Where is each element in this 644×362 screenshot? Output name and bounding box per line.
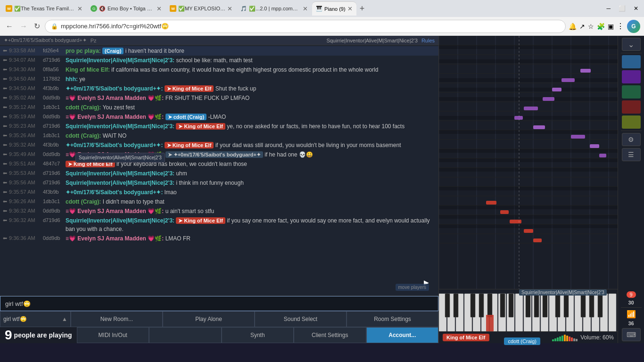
profile-avatar[interactable]: G [627, 20, 640, 33]
maximize-icon[interactable]: ⬜ [615, 3, 629, 14]
synth-button[interactable]: Synth [222, 327, 294, 343]
reply-icon[interactable]: ⬅ [3, 122, 7, 130]
dropdown-arrow-icon[interactable]: ▲ [62, 316, 67, 322]
forward-button[interactable]: → [18, 21, 29, 32]
tab-favicon-4: 🎵 [240, 6, 247, 12]
user-avatar-2[interactable] [622, 70, 641, 83]
sender: cdott (Craig): [66, 132, 103, 139]
tab-piano[interactable]: 🎹 Piano (9) ✕ [312, 1, 356, 16]
panel-chevron[interactable]: ⌄ [622, 38, 641, 51]
new-tab-button[interactable]: + [357, 4, 368, 14]
reply-icon[interactable]: ⬅ [3, 169, 7, 177]
msg-time: 9:35:53 AM [9, 169, 43, 177]
chat-input-area [0, 296, 438, 311]
user-avatar-4[interactable] [622, 100, 641, 114]
tab-emo[interactable]: G 🔇 Emo Boy • Tolga Kara... ✕ [87, 1, 165, 16]
play-alone-button[interactable]: Play Alone [163, 311, 255, 327]
list-icon-btn[interactable]: ☰ [622, 148, 641, 161]
tab-texas[interactable]: W ✅The Texas Tire Family - S... ✕ [2, 1, 86, 16]
sidebar-toggle-icon[interactable]: ▣ [608, 23, 614, 30]
msg-text: if california was its own country, it wo… [111, 66, 378, 73]
tab-close-2[interactable]: ✕ [157, 5, 162, 12]
chat-input[interactable] [0, 296, 438, 311]
msg-id: 1db3c1 [43, 132, 66, 140]
minimize-icon[interactable]: ─ [603, 3, 614, 14]
svg-rect-87 [487, 294, 492, 317]
msg-content: ≡💗 Evelyn SJ Amara Madden 💗🌿: FR SHUT TH… [66, 94, 436, 102]
piano-keys-area[interactable]: Squirrie|Inventor|Alive|M|Smart|Nice|2'3… [439, 289, 618, 331]
msg-id: 4847c7 [43, 160, 66, 168]
reply-icon[interactable]: ⬅ [3, 216, 7, 224]
room-input[interactable] [3, 316, 62, 322]
address-bar[interactable]: 🔒 mppclone.hri7566.info/?c=girl%20wtf🙄 [45, 20, 566, 33]
extensions-icon[interactable]: 🧩 [597, 23, 605, 30]
user-avatar-5[interactable] [622, 115, 641, 129]
reply-icon[interactable]: ⬅ [3, 141, 7, 149]
tab-close-3[interactable]: ✕ [227, 5, 232, 12]
bookmark-icon[interactable]: ☆ [588, 23, 594, 30]
tab-close-1[interactable]: ✕ [77, 5, 83, 12]
msg-id: 0dd9db [43, 207, 66, 215]
msg-time: 9:35:56 AM [9, 179, 43, 187]
svg-rect-43 [439, 206, 618, 209]
msg-content: ✦+0m/17/6'5/Saibot's bodyguard+✦: lmao [66, 188, 436, 197]
reply-icon[interactable]: ⬅ [3, 188, 7, 196]
user-avatar-3[interactable] [622, 85, 641, 99]
new-room-button[interactable]: New Room... [71, 311, 163, 327]
more-options-icon[interactable]: ⋮ [617, 22, 624, 31]
reply-icon[interactable]: ⬅ [3, 103, 7, 111]
reply-icon[interactable]: ⬅ [3, 94, 7, 102]
client-settings-button[interactable]: Client Settings [294, 327, 366, 343]
reply-icon[interactable]: ⬅ [3, 84, 7, 92]
sound-select-button[interactable]: Sound Select [255, 311, 347, 327]
room-settings-button[interactable]: Room Settings [347, 311, 438, 327]
piano-roll[interactable] [439, 36, 618, 289]
reply-icon[interactable]: ⬅ [3, 47, 7, 55]
msg-row: ⬅ 9:36:26 AM 1db3c1 cdott (Craig): I did… [0, 197, 438, 206]
reply-icon[interactable]: ⬅ [3, 197, 7, 206]
tab-mpp[interactable]: 🎵 ✅...2.0 | mpp.community ✕ [237, 1, 312, 16]
reply-icon[interactable]: ⬅ [3, 113, 7, 121]
tab-close-5[interactable]: ✕ [347, 5, 353, 12]
close-window-icon[interactable]: ✕ [630, 3, 642, 14]
svg-rect-71 [515, 294, 523, 331]
reply-icon[interactable]: ⬅ [3, 207, 7, 215]
msg-row: ⬅ 9:35:51 AM 4847c7 Squirrie|Inventor|Al… [0, 159, 438, 169]
tab-close-4[interactable]: ✕ [303, 5, 308, 12]
reply-icon[interactable]: ⬅ [3, 56, 7, 64]
account-button[interactable]: Account... [366, 327, 438, 343]
msg-id: 4f3b9b [43, 141, 66, 149]
back-button[interactable]: ← [4, 21, 15, 32]
reload-button[interactable]: ↻ [32, 21, 42, 32]
user-avatar-1[interactable] [622, 55, 641, 68]
svg-rect-57 [500, 210, 509, 214]
tab-title-2: Emo Boy • Tolga Kara... [107, 6, 155, 11]
share-icon[interactable]: ↗ [579, 23, 585, 30]
midi-in-out-button[interactable]: MIDI In/Out [77, 327, 149, 343]
msg-id: d719d6 [43, 179, 66, 187]
reply-icon[interactable]: ⬅ [3, 75, 7, 83]
tab-explosion[interactable]: W ✅MY EXPLOSION MURDER A... ✕ [166, 1, 236, 16]
rules-button[interactable]: Rules [421, 38, 435, 43]
room-selector[interactable]: ▲ [0, 311, 71, 327]
reply-icon[interactable]: ⬅ [3, 150, 7, 158]
msg-row: ⬅ 9:33:58 AM fd26e4 pro pc playa: (Craig… [0, 46, 438, 56]
svg-rect-91 [534, 294, 539, 317]
reply-icon[interactable]: ⬅ [3, 132, 7, 140]
sender: ✦+0m/17/6'5/Saibot's bodyguard+✦: [66, 85, 165, 92]
svg-rect-98 [486, 315, 494, 331]
msg-row: ⬅ 9:34:30 AM 0f8a56 King of Mice Elf: if… [0, 65, 438, 74]
reply-icon[interactable]: ⬅ [3, 160, 7, 168]
settings-icon-btn[interactable]: ⚙ [622, 133, 641, 146]
keyboard-icon[interactable]: ⌨ [622, 328, 641, 341]
extension-icon-1[interactable]: 🔔 [569, 23, 577, 30]
tab-bar: W ✅The Texas Tire Family - S... ✕ G 🔇 Em… [0, 0, 644, 17]
msg-row: ⬅ 9:35:26 AM 1db3c1 cdott (Craig): WAIT … [0, 131, 438, 140]
reply-icon[interactable]: ⬅ [3, 179, 7, 187]
reply-icon[interactable]: ⬅ [3, 66, 7, 74]
sender: ≡💗 Evelyn SJ Amara Madden 💗🌿: [66, 235, 165, 242]
reply-icon[interactable]: ⬅ [3, 234, 7, 242]
msg-text: You zest fest [103, 104, 135, 111]
msg-time: 9:35:51 AM [9, 160, 43, 168]
svg-rect-32 [439, 45, 618, 49]
